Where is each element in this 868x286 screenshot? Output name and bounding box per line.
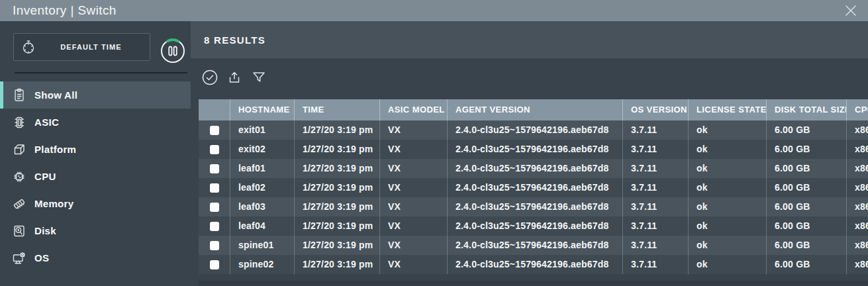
sidebar-item-show-all[interactable]: Show All <box>0 81 191 109</box>
cell-hostname: leaf03 <box>230 197 295 216</box>
sidebar-item-label: Platform <box>34 144 76 155</box>
cell-cpu-arch: x86_64 <box>847 120 868 140</box>
cell-license-state: ok <box>689 178 767 197</box>
sidebar-item-label: ASIC <box>34 117 59 128</box>
sidebar-item-cpu[interactable]: CPU <box>0 163 191 190</box>
row-select-cell <box>199 255 230 274</box>
select-button[interactable] <box>201 69 218 86</box>
sidebar-menu: Show All ASIC Platform <box>0 81 191 271</box>
cell-os-version: 3.7.11 <box>623 178 689 197</box>
cell-hostname: leaf01 <box>230 159 295 178</box>
cell-hostname: leaf04 <box>230 216 295 236</box>
export-button[interactable] <box>226 69 243 86</box>
cell-asic-model: VX <box>380 197 448 216</box>
cell-agent-version: 2.4.0-cl3u25~1579642196.aeb67d8 <box>448 159 623 178</box>
col-header-hostname[interactable]: HOSTNAME <box>230 99 295 120</box>
cell-os-version: 3.7.11 <box>623 159 689 178</box>
cell-time: 1/27/20 3:19 pm <box>295 178 380 197</box>
chip-icon <box>11 115 27 130</box>
cell-license-state: ok <box>689 140 767 159</box>
cell-asic-model: VX <box>380 120 448 140</box>
row-select-cell <box>199 178 230 197</box>
row-checkbox[interactable] <box>210 183 219 193</box>
cell-os-version: 3.7.11 <box>623 120 689 140</box>
table-header-row: HOSTNAME TIME ASIC MODEL AGENT VERSION O… <box>199 99 868 120</box>
cell-time: 1/27/20 3:19 pm <box>295 216 380 236</box>
inventory-table: HOSTNAME TIME ASIC MODEL AGENT VERSION O… <box>199 99 868 274</box>
cell-asic-model: VX <box>380 216 448 236</box>
check-circle-icon <box>201 69 218 86</box>
cell-asic-model: VX <box>380 255 448 274</box>
cell-agent-version: 2.4.0-cl3u25~1579642196.aeb67d8 <box>448 120 623 140</box>
cell-asic-model: VX <box>380 159 448 178</box>
cell-cpu-arch: x86_64 <box>847 216 868 236</box>
cell-time: 1/27/20 3:19 pm <box>295 159 380 178</box>
cell-agent-version: 2.4.0-cl3u25~1579642196.aeb67d8 <box>448 216 623 236</box>
time-selector[interactable]: DEFAULT TIME <box>13 33 150 61</box>
cell-asic-model: VX <box>380 178 448 197</box>
table-row: spine011/27/20 3:19 pmVX2.4.0-cl3u25~157… <box>199 236 868 255</box>
sidebar: DEFAULT TIME Show All <box>0 21 191 286</box>
cell-hostname: exit01 <box>230 120 295 140</box>
cell-license-state: ok <box>689 255 767 274</box>
cell-os-version: 3.7.11 <box>623 236 689 255</box>
col-header-disk-total-size[interactable]: DISK TOTAL SIZE <box>767 99 847 120</box>
cell-license-state: ok <box>689 120 767 140</box>
sidebar-item-asic[interactable]: ASIC <box>0 109 191 136</box>
col-header-os-version[interactable]: OS VERSION <box>623 99 689 120</box>
time-selector-label: DEFAULT TIME <box>36 43 150 51</box>
row-checkbox[interactable] <box>210 241 219 250</box>
col-header-license-state[interactable]: LICENSE STATE <box>689 99 767 120</box>
cell-cpu-arch: x86_64 <box>847 197 868 216</box>
cell-os-version: 3.7.11 <box>623 140 689 159</box>
cube-icon <box>11 142 27 158</box>
row-select-cell <box>199 159 230 178</box>
row-checkbox[interactable] <box>210 145 219 154</box>
cell-disk-total-size: 6.00 GB <box>767 120 847 140</box>
refresh-progress-arc <box>168 40 178 41</box>
sidebar-item-disk[interactable]: Disk <box>0 217 191 244</box>
table-row: exit011/27/20 3:19 pmVX2.4.0-cl3u25~1579… <box>199 120 868 140</box>
close-icon <box>844 3 858 18</box>
sidebar-item-memory[interactable]: Memory <box>0 190 191 217</box>
page-title: Inventory | Switch <box>13 3 117 18</box>
table-row: exit021/27/20 3:19 pmVX2.4.0-cl3u25~1579… <box>199 140 868 159</box>
table-row: leaf041/27/20 3:19 pmVX2.4.0-cl3u25~1579… <box>199 216 868 236</box>
sidebar-divider <box>15 72 187 73</box>
clipboard-icon <box>11 87 27 103</box>
cell-time: 1/27/20 3:19 pm <box>295 120 380 140</box>
row-checkbox[interactable] <box>210 203 219 212</box>
cell-hostname: spine01 <box>230 236 295 255</box>
table-row: leaf021/27/20 3:19 pmVX2.4.0-cl3u25~1579… <box>199 178 868 197</box>
col-header-asic-model[interactable]: ASIC MODEL <box>380 99 448 120</box>
table-row: leaf011/27/20 3:19 pmVX2.4.0-cl3u25~1579… <box>199 159 868 178</box>
col-header-agent-version[interactable]: AGENT VERSION <box>448 99 623 120</box>
sidebar-item-os[interactable]: OS <box>0 244 191 271</box>
cell-os-version: 3.7.11 <box>623 255 689 274</box>
sidebar-item-label: Memory <box>34 198 73 209</box>
row-checkbox[interactable] <box>210 260 219 269</box>
row-checkbox[interactable] <box>210 164 219 173</box>
cell-disk-total-size: 6.00 GB <box>767 216 847 236</box>
sidebar-item-label: CPU <box>34 171 56 182</box>
pause-refresh-button[interactable] <box>160 38 186 64</box>
row-select-cell <box>199 216 230 236</box>
cell-os-version: 3.7.11 <box>623 197 689 216</box>
cell-license-state: ok <box>689 216 767 236</box>
row-checkbox[interactable] <box>210 222 219 231</box>
col-header-cpu-arch[interactable]: CPU ARCH <box>847 99 868 120</box>
col-header-time[interactable]: TIME <box>295 99 380 120</box>
row-checkbox[interactable] <box>210 126 219 135</box>
cell-agent-version: 2.4.0-cl3u25~1579642196.aeb67d8 <box>448 178 623 197</box>
close-button[interactable] <box>844 3 858 18</box>
sidebar-item-label: OS <box>34 252 49 263</box>
cell-time: 1/27/20 3:19 pm <box>295 197 380 216</box>
sidebar-item-platform[interactable]: Platform <box>0 136 191 163</box>
cell-disk-total-size: 6.00 GB <box>767 197 847 216</box>
cell-agent-version: 2.4.0-cl3u25~1579642196.aeb67d8 <box>448 140 623 159</box>
cell-disk-total-size: 6.00 GB <box>767 159 847 178</box>
cell-cpu-arch: x86_64 <box>847 236 868 255</box>
cell-os-version: 3.7.11 <box>623 216 689 236</box>
filter-button[interactable] <box>250 69 267 86</box>
main-content: 8 RESULTS <box>191 21 868 286</box>
